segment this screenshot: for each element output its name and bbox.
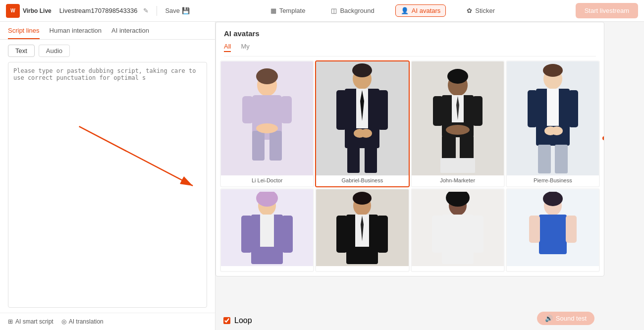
loop-checkbox[interactable] — [223, 317, 230, 324]
tab-script-lines[interactable]: Script lines — [8, 27, 40, 39]
svg-rect-40 — [538, 145, 551, 173]
template-icon: ▦ — [270, 7, 276, 14]
text-audio-tabs: Text Audio — [0, 40, 215, 62]
svg-rect-37 — [569, 90, 578, 127]
avatar-figure-8 — [523, 192, 583, 266]
avatar-card-8[interactable] — [506, 188, 600, 272]
avatar-figure-gabriel — [332, 61, 392, 175]
avatar-figure-5 — [237, 192, 297, 266]
avatar-card-john[interactable]: John-Marketer — [411, 60, 505, 187]
svg-point-28 — [446, 125, 470, 135]
svg-rect-7 — [242, 96, 253, 123]
left-bottom-bar: ⊞ AI smart script ◎ AI translation — [0, 313, 215, 330]
svg-rect-54 — [377, 216, 388, 253]
svg-rect-45 — [260, 215, 274, 247]
svg-rect-29 — [442, 136, 456, 161]
avatar-card-7[interactable] — [411, 188, 505, 272]
edit-icon[interactable]: ✎ — [143, 7, 149, 14]
svg-rect-20 — [365, 146, 377, 173]
ai-smart-script-icon: ⊞ — [8, 318, 13, 325]
avatar-filter-tabs: All My — [224, 43, 596, 56]
left-panel: Script lines Human interaction AI intera… — [0, 22, 215, 330]
svg-rect-8 — [281, 96, 292, 123]
red-dot-marker — [602, 136, 604, 140]
avatar-image-7 — [412, 189, 504, 266]
script-tabs: Script lines Human interaction AI intera… — [0, 22, 215, 40]
avatar-label-7 — [412, 266, 504, 271]
text-tab-button[interactable]: Text — [8, 45, 35, 57]
header: W Virbo Live Livestream1707898543336 ✎ S… — [0, 0, 644, 22]
avatar-card-6[interactable] — [315, 188, 409, 272]
tab-ai-interaction[interactable]: AI interaction — [111, 27, 149, 39]
svg-point-18 — [360, 129, 372, 138]
nav-background[interactable]: ◫ Background — [326, 5, 379, 16]
svg-rect-64 — [566, 216, 577, 243]
avatar-figure-john — [428, 66, 487, 175]
svg-rect-26 — [433, 96, 443, 126]
svg-point-39 — [551, 126, 563, 135]
svg-point-3 — [256, 68, 278, 84]
svg-rect-16 — [378, 90, 388, 130]
filter-tab-all[interactable]: All — [224, 43, 231, 52]
avatar-grid: Li Lei-Doctor — [216, 56, 604, 276]
avatar-label-8 — [507, 266, 599, 271]
svg-rect-5 — [252, 131, 265, 161]
svg-rect-46 — [241, 216, 252, 253]
right-content: AI avatars All My — [215, 22, 644, 330]
script-textarea[interactable] — [8, 62, 207, 308]
avatar-card-5[interactable] — [220, 188, 314, 272]
avatar-image-li-lei — [221, 61, 313, 175]
avatar-label-5 — [221, 266, 313, 271]
ai-translation-button[interactable]: ◎ AI translation — [61, 318, 104, 325]
livestream-name: Livestream1707898543336 — [59, 7, 138, 14]
avatar-figure-pierre — [523, 61, 583, 175]
avatar-label-pierre: Pierre-Business — [507, 175, 599, 186]
svg-rect-15 — [336, 90, 346, 130]
start-livestream-button[interactable]: Start livestream — [576, 3, 638, 18]
loop-label: Loop — [234, 316, 252, 325]
loop-area: Loop — [223, 316, 252, 325]
avatar-figure-li-lei — [237, 66, 297, 175]
main-area: Script lines Human interaction AI intera… — [0, 22, 644, 330]
avatar-panel-header: AI avatars All My — [216, 22, 604, 56]
background-icon: ◫ — [331, 7, 337, 14]
avatar-panel-title: AI avatars — [224, 29, 596, 38]
svg-rect-35 — [547, 89, 559, 126]
svg-rect-63 — [529, 216, 540, 243]
avatar-card-pierre[interactable]: Pierre-Business — [506, 60, 600, 187]
svg-rect-59 — [473, 216, 483, 253]
nav-sticker[interactable]: ✿ Sticker — [462, 5, 500, 16]
svg-point-61 — [543, 192, 563, 206]
audio-tab-button[interactable]: Audio — [39, 45, 70, 57]
ai-smart-script-button[interactable]: ⊞ AI smart script — [8, 318, 54, 325]
tab-human-interaction[interactable]: Human interaction — [50, 27, 102, 39]
filter-tab-my[interactable]: My — [241, 43, 249, 52]
sound-icon: 🔊 — [545, 315, 553, 322]
svg-point-22 — [447, 69, 468, 84]
save-button[interactable]: Save 💾 — [165, 7, 190, 14]
sound-test-button[interactable]: 🔊 Sound test — [537, 312, 594, 325]
svg-rect-6 — [269, 131, 282, 161]
divider — [157, 6, 157, 16]
svg-rect-36 — [528, 90, 537, 127]
logo-area: W Virbo Live — [6, 4, 52, 18]
avatar-card-gabriel[interactable]: Gabriel-Business — [315, 60, 409, 187]
svg-rect-58 — [432, 216, 443, 253]
avatar-figure-7 — [428, 192, 487, 266]
svg-rect-30 — [460, 136, 474, 161]
header-nav: ▦ Template ◫ Background 👤 AI avatars ✿ S… — [194, 4, 572, 17]
avatar-image-gabriel — [316, 61, 408, 175]
svg-rect-19 — [347, 146, 360, 173]
svg-rect-31 — [440, 158, 475, 173]
svg-rect-57 — [442, 215, 474, 264]
avatar-image-5 — [221, 189, 313, 266]
svg-rect-41 — [555, 145, 568, 173]
svg-point-11 — [352, 63, 372, 77]
nav-template[interactable]: ▦ Template — [266, 5, 311, 16]
save-icon: 💾 — [182, 7, 190, 14]
svg-rect-47 — [282, 216, 293, 253]
svg-point-49 — [353, 192, 372, 205]
nav-ai-avatars[interactable]: 👤 AI avatars — [395, 4, 446, 17]
sticker-icon: ✿ — [467, 7, 472, 14]
avatar-card-li-lei[interactable]: Li Lei-Doctor — [220, 60, 314, 187]
